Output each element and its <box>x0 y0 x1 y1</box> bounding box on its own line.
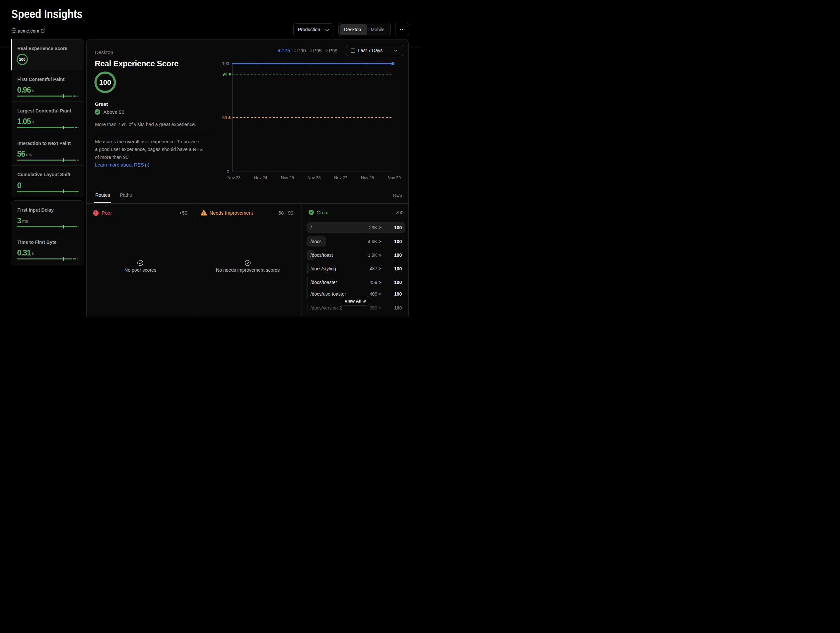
svg-text:Nov 25: Nov 25 <box>281 175 294 180</box>
svg-text:100: 100 <box>99 78 111 86</box>
svg-text:Nov 27: Nov 27 <box>334 175 347 180</box>
svg-text:Nov 24: Nov 24 <box>254 175 267 180</box>
svg-text:100: 100 <box>222 62 229 66</box>
svg-text:100: 100 <box>19 57 25 62</box>
svg-text:Nov 29: Nov 29 <box>387 175 401 180</box>
svg-text:90: 90 <box>223 72 227 77</box>
svg-text:Nov 26: Nov 26 <box>308 175 321 180</box>
svg-text:0: 0 <box>227 169 229 174</box>
svg-text:50: 50 <box>222 115 227 120</box>
svg-text:Nov 28: Nov 28 <box>361 175 374 180</box>
svg-text:Nov 23: Nov 23 <box>227 175 240 180</box>
